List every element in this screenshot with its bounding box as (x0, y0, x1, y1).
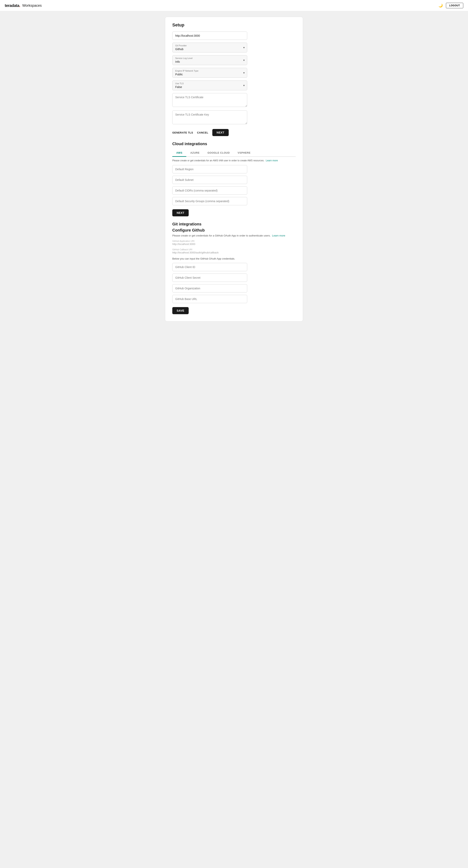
aws-default-cidrs-group (172, 186, 296, 195)
service-tls-cert-key-textarea[interactable] (172, 111, 247, 124)
service-tls-cert-key-group (172, 111, 296, 125)
service-log-level-select[interactable]: Service Log Level Info ▾ (172, 55, 247, 65)
save-button[interactable]: SAVE (172, 307, 189, 314)
service-base-url-group (172, 32, 296, 40)
workspaces-label: Workspaces (22, 4, 42, 8)
use-tls-value: False (172, 85, 247, 90)
aws-default-subnet-group (172, 176, 296, 184)
logo-dot: . (19, 3, 20, 8)
use-tls-group: Use TLS False ▾ (172, 81, 296, 90)
git-description: Please create or get credentials for a G… (172, 234, 296, 237)
service-log-level-label: Service Log Level (172, 55, 247, 60)
github-organization-group (172, 284, 296, 292)
next-button[interactable]: NEXT (212, 129, 229, 136)
aws-default-region-group (172, 165, 296, 173)
chevron-down-icon: ▾ (243, 46, 245, 49)
engine-ip-network-type-label: Engine IP Network Type (172, 68, 247, 72)
github-callback-uri-group: GitHub Callback URI http://localhost:300… (172, 248, 296, 254)
git-learn-more-link[interactable]: Learn more (272, 234, 285, 237)
github-client-id-input[interactable] (172, 263, 247, 271)
service-tls-cert-group (172, 93, 296, 108)
header: teradata. Workspaces 🌙 LOGOUT (0, 0, 468, 11)
engine-ip-network-type-select[interactable]: Engine IP Network Type Public ▾ (172, 68, 247, 78)
aws-learn-more-link[interactable]: Learn more (266, 159, 278, 162)
aws-tab-description: Please create or get credentials for an … (172, 159, 296, 162)
tab-aws[interactable]: AWS (172, 149, 186, 157)
cloud-next-button[interactable]: NEXT (172, 209, 189, 216)
main-container: Setup Git Provider Github ▾ Service Log … (165, 17, 303, 321)
git-provider-label: Git Provider (172, 43, 247, 47)
generate-tls-button[interactable]: GENERATE TLS (172, 131, 193, 134)
setup-action-buttons: GENERATE TLS CANCEL NEXT (172, 129, 296, 136)
github-base-url-group (172, 295, 296, 303)
tab-vsphere[interactable]: VSPHERE (234, 149, 255, 157)
github-organization-input[interactable] (172, 284, 247, 292)
git-provider-select[interactable]: Git Provider Github ▾ (172, 42, 247, 53)
cloud-next-button-group: NEXT (172, 209, 296, 216)
tab-google-cloud[interactable]: GOOGLE CLOUD (203, 149, 234, 157)
aws-default-cidrs-input[interactable] (172, 186, 247, 195)
github-client-secret-input[interactable] (172, 274, 247, 282)
git-provider-value: Github (172, 47, 247, 52)
logo-text: teradata. (5, 3, 20, 8)
use-tls-label: Use TLS (172, 81, 247, 85)
github-client-secret-group (172, 274, 296, 282)
service-tls-cert-textarea[interactable] (172, 93, 247, 107)
moon-icon[interactable]: 🌙 (438, 3, 443, 8)
github-client-id-group (172, 263, 296, 271)
engine-ip-network-type-group: Engine IP Network Type Public ▾ (172, 68, 296, 78)
service-base-url-input[interactable] (172, 32, 247, 40)
github-app-uri-group: GitHub Application URI http://localhost:… (172, 240, 296, 246)
tab-azure[interactable]: AZURE (186, 149, 203, 157)
header-left: teradata. Workspaces (5, 3, 42, 8)
save-button-group: SAVE (172, 307, 296, 314)
logout-button[interactable]: LOGOUT (446, 3, 463, 8)
git-integrations-title: Git integrations (172, 222, 296, 226)
aws-default-region-input[interactable] (172, 165, 247, 173)
aws-default-subnet-input[interactable] (172, 176, 247, 184)
github-base-url-input[interactable] (172, 295, 247, 303)
use-tls-select[interactable]: Use TLS False ▾ (172, 81, 247, 90)
header-right: 🌙 LOGOUT (438, 3, 463, 8)
aws-default-security-groups-group (172, 197, 296, 205)
cloud-integrations-title: Cloud integrations (172, 142, 296, 146)
chevron-down-icon: ▾ (243, 59, 245, 62)
service-log-level-value: Info (172, 60, 247, 65)
service-log-level-group: Service Log Level Info ▾ (172, 55, 296, 65)
chevron-down-icon: ▾ (243, 71, 245, 74)
aws-default-security-groups-input[interactable] (172, 197, 247, 205)
git-provider-group: Git Provider Github ▾ (172, 42, 296, 53)
github-callback-uri-label: GitHub Callback URI (172, 248, 296, 251)
cancel-button[interactable]: CANCEL (197, 131, 208, 134)
github-app-uri-value: http://localhost:3000 (172, 243, 296, 246)
github-callback-uri-value: http://localhost:3000/auth/github/callba… (172, 251, 296, 254)
github-app-uri-label: GitHub Application URI (172, 240, 296, 242)
page-title: Setup (172, 23, 296, 28)
configure-github-title: Configure Github (172, 228, 296, 232)
cloud-tabs-bar: AWS AZURE GOOGLE CLOUD VSPHERE (172, 149, 296, 157)
below-credentials-text: Below you can input the GitHub OAuth App… (172, 257, 296, 260)
engine-ip-network-type-value: Public (172, 72, 247, 78)
chevron-down-icon: ▾ (243, 84, 245, 87)
